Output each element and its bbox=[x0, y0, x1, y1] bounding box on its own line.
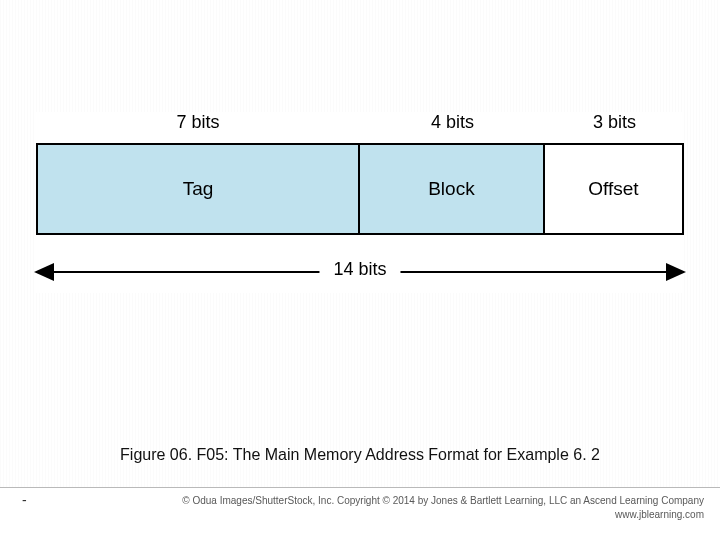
tag-bits-label: 7 bits bbox=[36, 112, 360, 139]
slide-footer: - © Odua Images/ShutterStock, Inc. Copyr… bbox=[0, 487, 720, 540]
arrow-left-icon bbox=[34, 263, 54, 281]
footer-credit-line2: www.jblearning.com bbox=[182, 508, 704, 522]
arrow-right-icon bbox=[666, 263, 686, 281]
total-bits-label: 14 bits bbox=[319, 259, 400, 280]
footer-dash: - bbox=[22, 492, 27, 508]
footer-credit-line1: © Odua Images/ShutterStock, Inc. Copyrig… bbox=[182, 494, 704, 508]
address-format-diagram: 7 bits 4 bits 3 bits Tag Block Offset 14… bbox=[36, 112, 684, 293]
figure-caption: Figure 06. F05: The Main Memory Address … bbox=[0, 446, 720, 464]
bit-width-row: 7 bits 4 bits 3 bits bbox=[36, 112, 684, 139]
offset-field-box: Offset bbox=[543, 145, 684, 233]
block-field-box: Block bbox=[358, 145, 543, 233]
tag-field-box: Tag bbox=[36, 145, 358, 233]
total-width-row: 14 bits bbox=[36, 253, 684, 293]
offset-bits-label: 3 bits bbox=[545, 112, 684, 139]
footer-credit: © Odua Images/ShutterStock, Inc. Copyrig… bbox=[182, 494, 704, 521]
block-bits-label: 4 bits bbox=[360, 112, 545, 139]
field-boxes-row: Tag Block Offset bbox=[36, 143, 684, 235]
